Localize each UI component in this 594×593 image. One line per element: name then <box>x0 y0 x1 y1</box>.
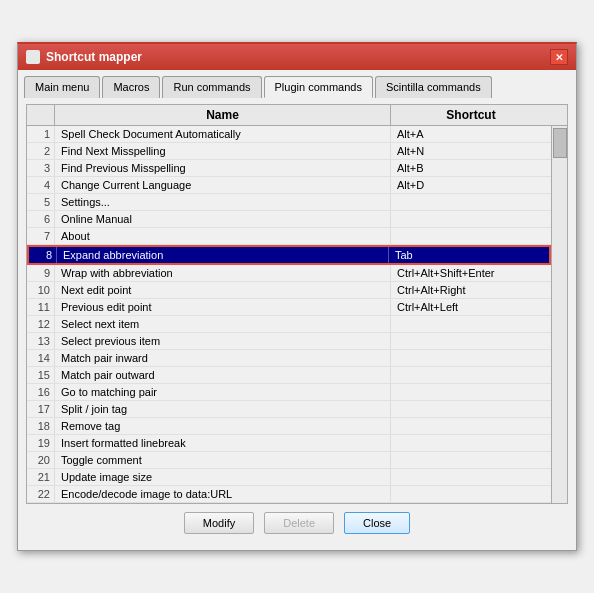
row-name: Find Previous Misspelling <box>55 160 391 176</box>
tab-plugin-commands[interactable]: Plugin commands <box>264 76 373 98</box>
row-shortcut <box>391 435 551 451</box>
row-shortcut: Alt+A <box>391 126 551 142</box>
row-name: Select next item <box>55 316 391 332</box>
row-name: Spell Check Document Automatically <box>55 126 391 142</box>
row-name: Insert formatted linebreak <box>55 435 391 451</box>
table-body-wrapper: 1Spell Check Document AutomaticallyAlt+A… <box>27 126 567 503</box>
table-row[interactable]: 17Split / join tag <box>27 401 551 418</box>
row-num: 17 <box>27 401 55 417</box>
tab-scintilla-commands[interactable]: Scintilla commands <box>375 76 492 98</box>
content-area: Name Shortcut 1Spell Check Document Auto… <box>18 98 576 550</box>
row-name: Expand abbreviation <box>57 247 389 263</box>
row-num: 7 <box>27 228 55 244</box>
row-shortcut <box>391 194 551 210</box>
row-shortcut <box>391 418 551 434</box>
table-row[interactable]: 10Next edit pointCtrl+Alt+Right <box>27 282 551 299</box>
table-row[interactable]: 18Remove tag <box>27 418 551 435</box>
modify-button[interactable]: Modify <box>184 512 254 534</box>
row-shortcut <box>391 469 551 485</box>
table-row[interactable]: 5Settings... <box>27 194 551 211</box>
row-num: 9 <box>27 265 55 281</box>
scrollbar[interactable] <box>551 126 567 503</box>
shortcut-table: Name Shortcut 1Spell Check Document Auto… <box>26 104 568 504</box>
buttons-row: Modify Delete Close <box>26 504 568 544</box>
row-name: Match pair inward <box>55 350 391 366</box>
row-shortcut <box>391 486 551 502</box>
table-row[interactable]: 1Spell Check Document AutomaticallyAlt+A <box>27 126 551 143</box>
table-row[interactable]: 19Insert formatted linebreak <box>27 435 551 452</box>
window-icon <box>26 50 40 64</box>
table-row[interactable]: 13Select previous item <box>27 333 551 350</box>
table-row[interactable]: 2Find Next MisspellingAlt+N <box>27 143 551 160</box>
row-num: 21 <box>27 469 55 485</box>
close-window-button[interactable]: ✕ <box>550 49 568 65</box>
table-row[interactable]: 12Select next item <box>27 316 551 333</box>
row-shortcut <box>391 211 551 227</box>
row-shortcut: Alt+B <box>391 160 551 176</box>
row-name: Wrap with abbreviation <box>55 265 391 281</box>
row-num: 3 <box>27 160 55 176</box>
row-shortcut: Alt+D <box>391 177 551 193</box>
row-num: 6 <box>27 211 55 227</box>
row-name: Encode/decode image to data:URL <box>55 486 391 502</box>
table-row[interactable]: 22Encode/decode image to data:URL <box>27 486 551 503</box>
row-num: 14 <box>27 350 55 366</box>
scroll-placeholder <box>551 105 567 125</box>
row-name: Online Manual <box>55 211 391 227</box>
col-header-num <box>27 105 55 125</box>
tab-macros[interactable]: Macros <box>102 76 160 98</box>
close-button[interactable]: Close <box>344 512 410 534</box>
row-name: Next edit point <box>55 282 391 298</box>
table-row[interactable]: 8Expand abbreviationTab <box>27 245 551 265</box>
table-row[interactable]: 11Previous edit pointCtrl+Alt+Left <box>27 299 551 316</box>
row-num: 22 <box>27 486 55 502</box>
row-shortcut <box>391 228 551 244</box>
row-shortcut: Ctrl+Alt+Left <box>391 299 551 315</box>
table-header: Name Shortcut <box>27 105 567 126</box>
row-shortcut: Tab <box>389 247 549 263</box>
row-name: Toggle comment <box>55 452 391 468</box>
table-row[interactable]: 16Go to matching pair <box>27 384 551 401</box>
row-name: Previous edit point <box>55 299 391 315</box>
row-shortcut <box>391 401 551 417</box>
table-row[interactable]: 4Change Current LanguageAlt+D <box>27 177 551 194</box>
row-name: Split / join tag <box>55 401 391 417</box>
row-shortcut <box>391 384 551 400</box>
col-header-name: Name <box>55 105 391 125</box>
table-row[interactable]: 9Wrap with abbreviationCtrl+Alt+Shift+En… <box>27 265 551 282</box>
col-header-shortcut: Shortcut <box>391 105 551 125</box>
row-num: 19 <box>27 435 55 451</box>
table-row[interactable]: 21Update image size <box>27 469 551 486</box>
window-title: Shortcut mapper <box>46 50 142 64</box>
table-row[interactable]: 3Find Previous MisspellingAlt+B <box>27 160 551 177</box>
row-shortcut: Ctrl+Alt+Right <box>391 282 551 298</box>
table-row[interactable]: 7About <box>27 228 551 245</box>
table-row[interactable]: 20Toggle comment <box>27 452 551 469</box>
row-num: 12 <box>27 316 55 332</box>
rows-container: 1Spell Check Document AutomaticallyAlt+A… <box>27 126 551 503</box>
row-shortcut <box>391 333 551 349</box>
table-row[interactable]: 15Match pair outward <box>27 367 551 384</box>
row-shortcut <box>391 367 551 383</box>
row-name: Find Next Misspelling <box>55 143 391 159</box>
row-num: 8 <box>29 247 57 263</box>
scrollbar-thumb[interactable] <box>553 128 567 158</box>
tab-run-commands[interactable]: Run commands <box>162 76 261 98</box>
row-num: 15 <box>27 367 55 383</box>
row-num: 5 <box>27 194 55 210</box>
tab-main-menu[interactable]: Main menu <box>24 76 100 98</box>
title-bar: Shortcut mapper ✕ <box>18 44 576 70</box>
row-num: 1 <box>27 126 55 142</box>
row-name: Change Current Language <box>55 177 391 193</box>
row-num: 20 <box>27 452 55 468</box>
delete-button[interactable]: Delete <box>264 512 334 534</box>
row-name: Select previous item <box>55 333 391 349</box>
row-shortcut <box>391 350 551 366</box>
table-row[interactable]: 6Online Manual <box>27 211 551 228</box>
row-name: Go to matching pair <box>55 384 391 400</box>
row-num: 18 <box>27 418 55 434</box>
table-row[interactable]: 14Match pair inward <box>27 350 551 367</box>
row-num: 13 <box>27 333 55 349</box>
row-name: Match pair outward <box>55 367 391 383</box>
tabs-bar: Main menu Macros Run commands Plugin com… <box>18 70 576 98</box>
